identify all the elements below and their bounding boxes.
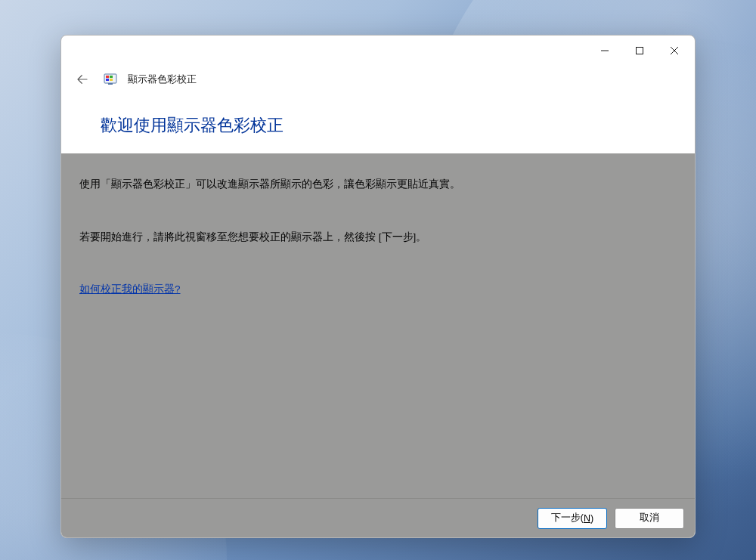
titlebar	[61, 36, 695, 66]
close-icon	[671, 47, 678, 54]
minimize-button[interactable]	[587, 39, 622, 63]
help-link[interactable]: 如何校正我的顯示器?	[79, 283, 181, 295]
arrow-left-icon	[76, 73, 89, 86]
svg-rect-6	[110, 76, 113, 78]
intro-text-1: 使用「顯示器色彩校正」可以改進顯示器所顯示的色彩，讓色彩顯示更貼近真實。	[79, 176, 677, 193]
next-button-key: N	[584, 513, 590, 524]
content-area: 使用「顯示器色彩校正」可以改進顯示器所顯示的色彩，讓色彩顯示更貼近真實。 若要開…	[61, 153, 695, 498]
minimize-icon	[601, 47, 609, 54]
svg-rect-9	[108, 83, 113, 85]
app-title: 顯示器色彩校正	[128, 73, 197, 86]
cancel-button[interactable]: 取消	[615, 508, 684, 529]
footer: 下一步(N) 取消	[61, 498, 695, 537]
next-button-suffix: )	[590, 513, 593, 524]
heading-row: 歡迎使用顯示器色彩校正	[61, 99, 695, 153]
next-button-prefix: 下一步(	[551, 512, 584, 524]
next-button[interactable]: 下一步(N)	[538, 508, 607, 529]
maximize-icon	[636, 47, 643, 54]
intro-text-2: 若要開始進行，請將此視窗移至您想要校正的顯示器上，然後按 [下一步]。	[79, 229, 677, 246]
back-button[interactable]	[72, 69, 93, 90]
svg-rect-5	[106, 76, 109, 78]
page-heading: 歡迎使用顯示器色彩校正	[101, 114, 695, 137]
svg-rect-8	[110, 79, 113, 81]
dialog-window: 顯示器色彩校正 歡迎使用顯示器色彩校正 使用「顯示器色彩校正」可以改進顯示器所顯…	[60, 35, 696, 538]
svg-rect-7	[106, 79, 109, 81]
app-icon	[104, 73, 117, 86]
maximize-button[interactable]	[622, 39, 657, 63]
close-button[interactable]	[657, 39, 692, 63]
header: 顯示器色彩校正	[61, 66, 695, 99]
svg-rect-1	[637, 48, 643, 54]
